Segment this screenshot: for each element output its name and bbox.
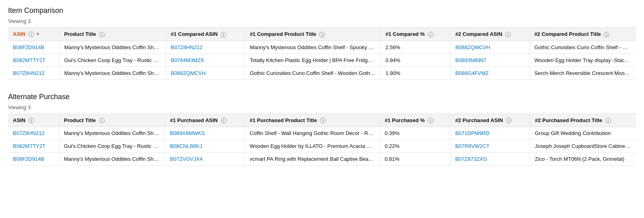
- ap-col-product-title: Product Title i: [59, 114, 165, 127]
- ic-compared-title-2-2: Serch-Merch Reversible Crescent Moon She…: [529, 66, 636, 79]
- alternate-purchase-section: Alternate Purchase Viewing 3 ASIN i Prod…: [8, 93, 636, 166]
- info-icon-ap-purchased-title-1[interactable]: i: [320, 118, 326, 123]
- ic-asin-0: B08F2D914B: [8, 41, 59, 54]
- col-asin: ASIN i ▼: [8, 28, 59, 41]
- sort-arrow-asin[interactable]: ▼: [36, 32, 40, 36]
- ic-asin-2: B07Z8HN212: [8, 66, 59, 79]
- ic-compared-asin-2-2: B088G4FVMZ: [450, 66, 529, 79]
- info-icon-compared-asin-1[interactable]: i: [221, 32, 226, 37]
- ic-compared-asin-2-1: B0893NB997: [450, 54, 529, 66]
- ap-purchased-asin-1-link-2[interactable]: B07ZVGVJX4: [170, 156, 202, 162]
- ic-compared-asin-1-2: B088ZQMCVH: [166, 66, 245, 79]
- ap-col-purchased-title-1: #1 Purchased Product Title i: [245, 114, 380, 127]
- ap-purchased-title-2-2: Zico - Torch MT06N (2 Pack, Gnmetal): [530, 153, 636, 166]
- alternate-purchase-table-wrapper: ASIN i Product Title i #1 Purchased ASIN…: [8, 114, 636, 166]
- ap-asin-link-2[interactable]: B08F2D914B: [13, 156, 44, 162]
- ic-product-title-1: Gui's Chicken Coop Egg Tray - Rustic Woo…: [59, 54, 166, 66]
- info-icon-ap-product-title[interactable]: i: [99, 118, 105, 123]
- alternate-purchase-header-row: ASIN i Product Title i #1 Purchased ASIN…: [8, 114, 636, 127]
- ap-purchased-title-2-0: Group Gift Wedding Contribution: [530, 127, 636, 140]
- ap-asin-1: B082MTTY2T: [8, 140, 59, 153]
- ap-purchased-asin-2-2: B07Z873ZXG: [450, 153, 530, 166]
- ic-compared-asin-1-link-1[interactable]: B0764M3MZ9: [171, 57, 204, 63]
- info-icon-asin[interactable]: i: [29, 31, 34, 37]
- alternate-purchase-table: ASIN i Product Title i #1 Purchased ASIN…: [8, 114, 636, 166]
- ap-product-title-0: Manny's Mysterious Oddities Coffin Shelf…: [59, 127, 165, 140]
- ap-purchased-asin-1-link-0[interactable]: B089X8MWKS: [170, 130, 205, 136]
- info-icon-compared-title-2[interactable]: i: [604, 32, 609, 37]
- info-icon-compared-pct-1[interactable]: i: [428, 32, 433, 37]
- ic-compared-title-1-1: Totally Kitchen Plastic Egg Holder | BPA…: [245, 54, 380, 66]
- ap-purchased-asin-2-link-2[interactable]: B07Z873ZXG: [455, 156, 487, 162]
- ic-compared-asin-1-1: B0764M3MZ9: [166, 54, 245, 66]
- ap-purchased-pct-1-2: 0.81%: [380, 153, 450, 166]
- ap-asin-link-0[interactable]: B07Z8HN212: [13, 130, 45, 136]
- ic-asin-link-1[interactable]: B082MTTY2T: [13, 57, 45, 63]
- ap-purchased-asin-1-2: B07ZVGVJX4: [165, 153, 245, 166]
- info-icon-compared-asin-2[interactable]: i: [505, 32, 511, 37]
- ic-compared-asin-1-0: B07Z8HN212: [166, 41, 245, 54]
- col-product-title: Product Title i: [59, 28, 166, 41]
- alternate-purchase-title: Alternate Purchase: [8, 93, 636, 101]
- ap-asin-2: B08F2D914B: [8, 153, 59, 166]
- ap-asin-link-1[interactable]: B082MTTY2T: [13, 143, 45, 149]
- ap-purchased-asin-2-1: B07R8VW2CT: [450, 140, 530, 153]
- item-comparison-table-wrapper: ASIN i ▼ Product Title i #1 Compared ASI…: [8, 27, 636, 80]
- info-icon-ap-purchased-asin-2[interactable]: i: [506, 118, 512, 123]
- ap-purchased-pct-1-0: 0.39%: [380, 127, 450, 140]
- ap-product-title-2: Manny's Mysterious Oddities Coffin Shelf…: [59, 153, 165, 166]
- ic-compared-asin-2-link-2[interactable]: B088G4FVMZ: [455, 70, 489, 76]
- ic-compared-asin-1-link-0[interactable]: B07Z8HN212: [171, 44, 202, 50]
- ic-compared-title-1-0: Manny's Mysterious Oddities Coffin Shelf…: [245, 41, 380, 54]
- info-icon-ap-asin[interactable]: i: [29, 118, 34, 123]
- item-comparison-row: B08F2D914B Manny's Mysterious Oddities C…: [8, 41, 636, 54]
- col-compared-title-2: #2 Compared Product Title i: [529, 28, 636, 41]
- col-compared-title-1: #1 Compared Product Title i: [245, 28, 380, 41]
- ap-purchased-asin-2-0: B071DPM9RD: [450, 127, 530, 140]
- item-comparison-viewing: Viewing 3: [8, 18, 636, 24]
- col-compared-pct-1: #1 Compared % i: [380, 28, 450, 41]
- ic-compared-title-2-0: Gothic Curiosities Curio Coffin Shelf - …: [529, 41, 636, 54]
- ic-asin-link-0[interactable]: B08F2D914B: [13, 44, 44, 50]
- ap-purchased-asin-2-link-1[interactable]: B07R8VW2CT: [455, 143, 489, 149]
- ic-compared-asin-2-0: B088ZQMCVH: [450, 41, 529, 54]
- info-icon-ap-purchased-title-2[interactable]: i: [605, 118, 611, 123]
- alternate-purchase-row: B07Z8HN212 Manny's Mysterious Oddities C…: [8, 127, 636, 140]
- col-asin-label: ASIN: [13, 31, 25, 37]
- item-comparison-row: B07Z8HN212 Manny's Mysterious Oddities C…: [8, 66, 636, 79]
- ic-compared-asin-2-link-1[interactable]: B0893NB997: [455, 57, 486, 63]
- info-icon-product-title[interactable]: i: [99, 32, 105, 37]
- ic-compared-pct-1-0: 2.56%: [380, 41, 450, 54]
- col-compared-asin-1: #1 Compared ASIN i: [166, 28, 245, 41]
- info-icon-compared-title-1[interactable]: i: [319, 32, 325, 37]
- item-comparison-row: B082MTTY2T Gui's Chicken Coop Egg Tray -…: [8, 54, 636, 66]
- ap-purchased-title-2-1: Joseph Joseph CupboardStore Cabinet Door…: [530, 140, 636, 153]
- ap-purchased-title-1-1: Wooden Egg Holder by ILLATO - Premium Ac…: [245, 140, 380, 153]
- item-comparison-title: Item Comparison: [8, 6, 636, 15]
- ic-asin-1: B082MTTY2T: [8, 54, 59, 66]
- ic-compared-asin-2-link-0[interactable]: B088ZQMCVH: [455, 44, 490, 50]
- ic-asin-link-2[interactable]: B07Z8HN212: [13, 70, 45, 76]
- ap-col-purchased-pct-1: #1 Purchased % i: [380, 114, 450, 127]
- alternate-purchase-row: B08F2D914B Manny's Mysterious Oddities C…: [8, 153, 636, 166]
- item-comparison-header-row: ASIN i ▼ Product Title i #1 Compared ASI…: [8, 28, 636, 41]
- ap-purchased-asin-2-link-0[interactable]: B071DPM9RD: [455, 130, 489, 136]
- info-icon-ap-purchased-pct-1[interactable]: i: [428, 118, 433, 123]
- ap-purchased-asin-1-link-1[interactable]: B08CNLB8KJ: [170, 143, 202, 149]
- ic-product-title-0: Manny's Mysterious Oddities Coffin Shelf…: [59, 41, 166, 54]
- alternate-purchase-viewing: Viewing 3: [8, 104, 636, 110]
- item-comparison-table: ASIN i ▼ Product Title i #1 Compared ASI…: [8, 27, 636, 80]
- ap-asin-0: B07Z8HN212: [8, 127, 59, 140]
- ap-col-purchased-title-2: #2 Purchased Product Title i: [530, 114, 636, 127]
- ic-compared-title-1-2: Gothic Curiosities Curio Coffin Shelf - …: [245, 66, 380, 79]
- ap-purchased-title-1-0: Coffin Shelf - Wall Hanging Gothic Room …: [245, 127, 380, 140]
- info-icon-ap-purchased-asin-1[interactable]: i: [221, 118, 227, 123]
- ap-col-purchased-asin-1: #1 Purchased ASIN i: [165, 114, 245, 127]
- ap-purchased-asin-1-1: B08CNLB8KJ: [165, 140, 245, 153]
- ic-compared-pct-1-2: 1.90%: [380, 66, 450, 79]
- ic-compared-asin-1-link-2[interactable]: B088ZQMCVH: [171, 70, 206, 76]
- ic-compared-title-2-1: Wooden Egg Holder Tray display -Stackabl…: [529, 54, 636, 66]
- col-compared-asin-2: #2 Compared ASIN i: [450, 28, 529, 41]
- ap-product-title-1: Gui's Chicken Coop Egg Tray - Rustic Woo…: [59, 140, 165, 153]
- ap-col-purchased-asin-2: #2 Purchased ASIN i: [450, 114, 530, 127]
